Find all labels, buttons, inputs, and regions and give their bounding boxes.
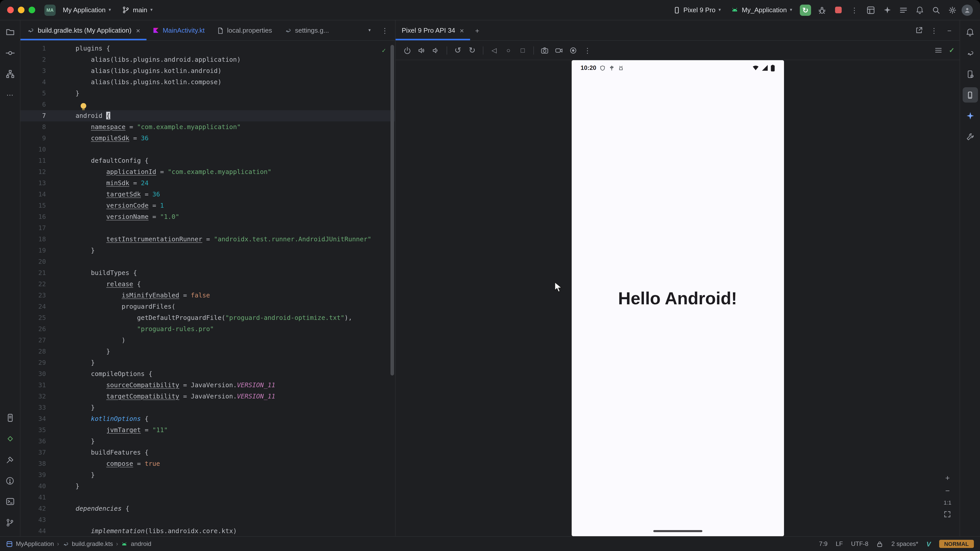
code-line[interactable]: 15 versionCode = 1 — [21, 200, 395, 211]
code-line[interactable]: 37 buildFeatures { — [21, 447, 395, 458]
device-selector[interactable]: Pixel 9 Pro ▾ — [669, 4, 725, 16]
caret-position[interactable]: 7:9 — [819, 540, 827, 548]
settings-button[interactable] — [945, 3, 959, 17]
line-number[interactable]: 14 — [21, 189, 53, 200]
emulator-more-button[interactable]: ⋮ — [581, 44, 594, 57]
line-number[interactable]: 28 — [21, 346, 53, 357]
line-number[interactable]: 25 — [21, 312, 53, 324]
code-line[interactable]: 44 implementation(libs.androidx.core.ktx… — [21, 526, 395, 536]
tab-settings-gradle[interactable]: settings.g... — [278, 21, 335, 40]
code-line[interactable]: 20 — [21, 256, 395, 267]
indent-info[interactable]: 2 spaces* — [891, 540, 918, 548]
rotate-right-button[interactable]: ↻ — [466, 44, 479, 57]
popout-panel-button[interactable] — [912, 23, 926, 38]
line-number[interactable]: 43 — [21, 514, 53, 526]
layout-windows-button[interactable] — [864, 3, 878, 17]
back-button[interactable]: ◁ — [487, 44, 501, 57]
line-number[interactable]: 24 — [21, 301, 53, 312]
project-menu[interactable]: My Application ▾ — [59, 4, 115, 16]
code-line[interactable]: 33 } — [21, 402, 395, 413]
line-number[interactable]: 30 — [21, 368, 53, 380]
line-number[interactable]: 39 — [21, 469, 53, 481]
line-number[interactable]: 19 — [21, 245, 53, 256]
code-line[interactable]: 2 alias(libs.plugins.android.application… — [21, 54, 395, 65]
line-number[interactable]: 22 — [21, 279, 53, 290]
tab-mainactivity[interactable]: MainActivity.kt — [146, 21, 210, 40]
code-line[interactable]: 41 — [21, 492, 395, 503]
line-number[interactable]: 13 — [21, 178, 53, 189]
snapshot-button[interactable] — [566, 44, 580, 57]
line-number[interactable]: 4 — [21, 76, 53, 88]
minimize-window-button[interactable] — [18, 6, 24, 13]
code-line[interactable]: 23 isMinifyEnabled = false — [21, 290, 395, 301]
tab-build-gradle[interactable]: build.gradle.kts (My Application) × — [21, 21, 146, 40]
code-line[interactable]: 36 } — [21, 436, 395, 447]
tab-emulator-device[interactable]: Pixel 9 Pro API 34 × — [396, 21, 470, 40]
structure-tool-button[interactable] — [2, 66, 18, 82]
line-number[interactable]: 5 — [21, 88, 53, 99]
screen-record-button[interactable] — [552, 44, 566, 57]
vim-icon[interactable]: V — [926, 540, 931, 548]
line-number[interactable]: 20 — [21, 256, 53, 267]
line-number[interactable]: 15 — [21, 200, 53, 211]
line-number[interactable]: 6 — [21, 99, 53, 110]
code-line[interactable]: 8 namespace = "com.example.myapplication… — [21, 121, 395, 133]
overview-button[interactable]: □ — [516, 44, 529, 57]
code-line[interactable]: 27 ) — [21, 335, 395, 346]
code-line[interactable]: 35 jvmTarget = "11" — [21, 424, 395, 436]
line-number[interactable]: 34 — [21, 413, 53, 424]
home-button[interactable]: ○ — [502, 44, 515, 57]
code-editor[interactable]: 1plugins {2 alias(libs.plugins.android.a… — [21, 41, 395, 536]
gemini-tool-button[interactable] — [963, 108, 978, 124]
line-number[interactable]: 21 — [21, 267, 53, 279]
breadcrumb-item[interactable]: MyApplication — [16, 540, 54, 548]
code-line[interactable]: 14 targetSdk = 36 — [21, 189, 395, 200]
code-line[interactable]: 30 compileOptions { — [21, 368, 395, 380]
breadcrumb-item[interactable]: build.gradle.kts — [72, 540, 113, 548]
code-line[interactable]: 19 } — [21, 245, 395, 256]
close-tab-icon[interactable]: × — [460, 26, 464, 35]
zoom-reset-button[interactable]: 1:1 — [943, 499, 951, 506]
power-button[interactable] — [401, 44, 414, 57]
line-number[interactable]: 26 — [21, 324, 53, 335]
tab-local-properties[interactable]: local.properties — [211, 21, 278, 40]
line-number[interactable]: 23 — [21, 290, 53, 301]
vcs-branch-menu[interactable]: main ▾ — [118, 4, 157, 16]
avatar[interactable] — [962, 4, 973, 16]
line-number[interactable]: 7 — [21, 110, 53, 121]
code-line[interactable]: 18 testInstrumentationRunner = "androidx… — [21, 233, 395, 245]
line-number[interactable]: 17 — [21, 222, 53, 233]
gradle-tool-button[interactable] — [963, 45, 978, 61]
line-number[interactable]: 10 — [21, 144, 53, 155]
line-number[interactable]: 1 — [21, 43, 53, 54]
intention-bulb-icon[interactable] — [81, 103, 86, 109]
notifications-button[interactable] — [913, 3, 927, 17]
tool-windows-button[interactable] — [896, 3, 911, 17]
notifications-tool-button[interactable] — [963, 24, 978, 40]
code-line[interactable]: 10 — [21, 144, 395, 155]
line-number[interactable]: 35 — [21, 424, 53, 436]
assistant-tool-button[interactable] — [963, 129, 978, 144]
line-number[interactable]: 38 — [21, 458, 53, 469]
editor-scrollbar[interactable] — [390, 45, 394, 375]
code-line[interactable]: 6 — [21, 99, 395, 110]
device-screen[interactable]: 10:20 Hello Android! — [571, 60, 784, 536]
volume-up-button[interactable] — [415, 44, 428, 57]
zoom-in-button[interactable]: + — [945, 474, 950, 482]
more-tool-windows-button[interactable]: ⋯ — [2, 87, 18, 103]
line-number[interactable]: 27 — [21, 335, 53, 346]
line-number[interactable]: 2 — [21, 54, 53, 65]
rotate-left-button[interactable]: ↺ — [451, 44, 465, 57]
inspections-ok-icon[interactable]: ✓ — [382, 45, 386, 56]
panel-options-button[interactable]: ⋮ — [927, 23, 941, 38]
code-line[interactable]: 7android { — [21, 110, 395, 121]
new-device-tab-button[interactable]: + — [470, 23, 484, 38]
code-line[interactable]: 22 release { — [21, 279, 395, 290]
lock-icon[interactable] — [877, 540, 883, 547]
build-tool-button[interactable] — [2, 452, 18, 467]
search-everywhere-button[interactable] — [929, 3, 943, 17]
close-tab-icon[interactable]: × — [136, 26, 140, 35]
code-line[interactable]: 29 } — [21, 357, 395, 368]
running-devices-tool-button[interactable] — [963, 87, 978, 103]
screenshot-button[interactable] — [538, 44, 551, 57]
